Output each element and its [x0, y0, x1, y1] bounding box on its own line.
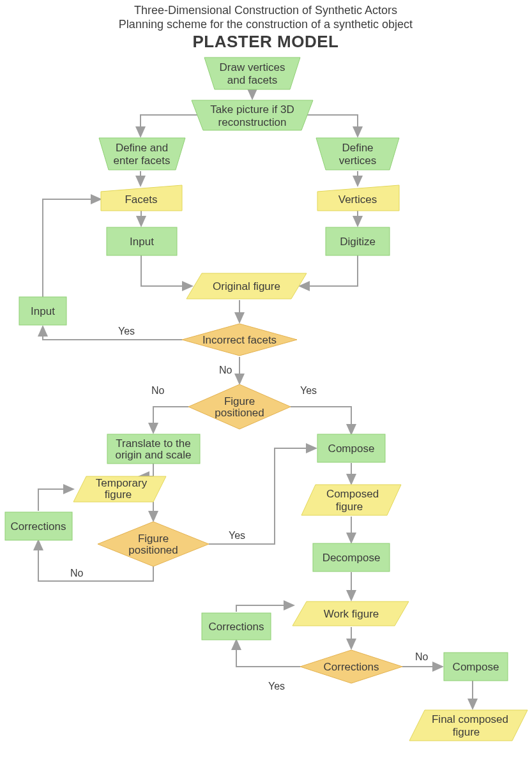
svg-text:Facets: Facets	[125, 193, 157, 206]
node-corrections-2: Corrections	[202, 613, 271, 640]
title-line-2: Planning scheme for the construction of …	[119, 18, 413, 31]
svg-text:Translate to the: Translate to the	[116, 437, 191, 450]
node-compose-2: Compose	[444, 653, 508, 681]
node-work-figure: Work figure	[293, 602, 409, 626]
title-line-3: PLASTER MODEL	[193, 32, 339, 51]
svg-text:positioned: positioned	[215, 407, 264, 419]
svg-text:origin and scale: origin and scale	[115, 449, 191, 461]
node-composed-figure: Composed figure	[301, 485, 401, 515]
svg-text:Compose: Compose	[328, 443, 375, 455]
node-final-composed-figure: Final composed figure	[409, 710, 528, 741]
node-compose-1: Compose	[317, 434, 385, 462]
svg-text:figure: figure	[336, 501, 363, 513]
svg-text:Input: Input	[31, 305, 55, 317]
edge-label: No	[219, 365, 232, 375]
edge-label: Yes	[300, 385, 317, 396]
svg-text:Input: Input	[130, 236, 154, 248]
svg-text:Composed: Composed	[326, 488, 379, 500]
node-define-vertices: Define vertices	[316, 138, 399, 170]
node-take-picture: Take picture if 3D reconstruction	[192, 100, 313, 130]
svg-text:vertices: vertices	[339, 155, 377, 167]
node-corrections-decision: Corrections	[300, 650, 402, 683]
edge-label: No	[415, 651, 429, 662]
svg-text:and facets: and facets	[227, 74, 277, 86]
svg-text:Work figure: Work figure	[324, 608, 379, 620]
edge-label: Yes	[229, 530, 245, 541]
svg-text:enter facets: enter facets	[114, 155, 171, 167]
svg-text:Decompose: Decompose	[323, 552, 381, 564]
node-facets: Facets	[101, 185, 182, 211]
svg-text:figure: figure	[105, 488, 132, 501]
node-figure-positioned-1: Figure positioned	[188, 384, 291, 429]
svg-text:Digitize: Digitize	[340, 236, 376, 248]
svg-text:Incorrect facets: Incorrect facets	[202, 334, 277, 346]
svg-text:Original figure: Original figure	[213, 280, 280, 292]
svg-text:Take picture if 3D: Take picture if 3D	[210, 103, 294, 116]
node-corrections-1: Corrections	[5, 512, 72, 540]
node-temporary-figure: Temporary figure	[73, 476, 166, 502]
svg-text:Define and: Define and	[116, 142, 168, 154]
svg-text:Figure: Figure	[224, 395, 255, 407]
edge-label: No	[70, 568, 84, 579]
flowchart: Three-Dimensional Construction of Synthe…	[0, 0, 532, 772]
svg-text:Draw vertices: Draw vertices	[220, 61, 285, 73]
node-draw-vertices-facets: Draw vertices and facets	[204, 57, 300, 89]
node-vertices: Vertices	[317, 185, 399, 211]
svg-text:Define: Define	[342, 142, 373, 154]
node-original-figure: Original figure	[186, 273, 307, 299]
svg-text:figure: figure	[453, 726, 480, 738]
title-line-1: Three-Dimensional Construction of Synthe…	[134, 4, 397, 17]
svg-text:Figure: Figure	[138, 533, 169, 545]
svg-text:Corrections: Corrections	[11, 520, 66, 533]
node-input: Input	[107, 227, 177, 255]
svg-text:Vertices: Vertices	[338, 193, 377, 206]
svg-text:Compose: Compose	[453, 661, 499, 673]
edge-label: No	[151, 385, 165, 396]
svg-text:positioned: positioned	[128, 544, 178, 556]
node-define-enter-facets: Define and enter facets	[99, 138, 185, 170]
node-translate-origin-scale: Translate to the origin and scale	[107, 434, 200, 464]
svg-text:reconstruction: reconstruction	[218, 116, 287, 128]
node-digitize: Digitize	[326, 227, 390, 255]
edge-label: Yes	[268, 681, 285, 692]
node-incorrect-facets: Incorrect facets	[182, 324, 297, 356]
node-decompose: Decompose	[313, 543, 390, 571]
edge-label: Yes	[118, 326, 135, 337]
node-figure-positioned-2: Figure positioned	[98, 522, 209, 566]
svg-text:Temporary: Temporary	[96, 477, 148, 489]
node-input-loop: Input	[19, 297, 66, 325]
svg-text:Corrections: Corrections	[209, 621, 264, 633]
svg-text:Corrections: Corrections	[324, 661, 379, 673]
svg-text:Final composed: Final composed	[432, 713, 508, 725]
